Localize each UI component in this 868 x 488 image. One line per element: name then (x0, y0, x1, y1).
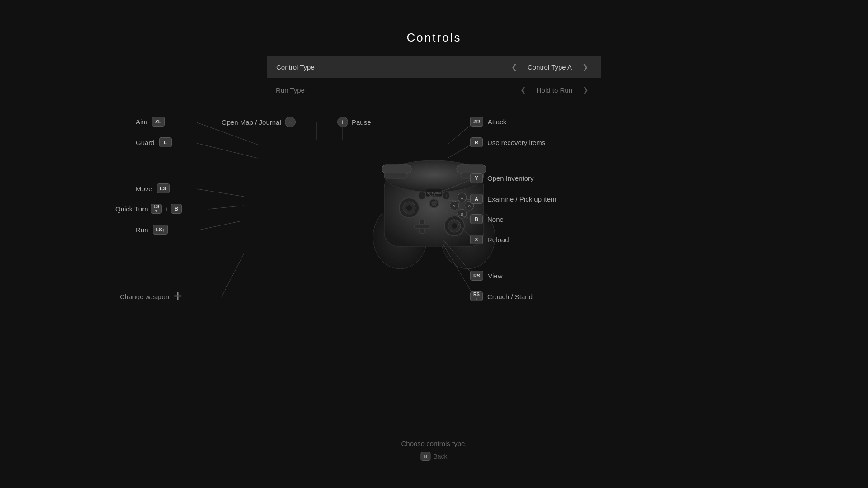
binding-move-label: Move (136, 185, 152, 192)
binding-quickturn-plus: + (165, 206, 168, 212)
binding-none: B None (470, 214, 504, 224)
svg-text:−: − (420, 193, 423, 198)
svg-rect-6 (457, 165, 486, 173)
svg-text:+: + (445, 193, 448, 198)
svg-point-29 (431, 201, 437, 206)
binding-none-key: B (470, 214, 483, 224)
binding-recovery-label: Use recovery items (487, 139, 545, 146)
binding-inventory-key: Y (470, 173, 483, 183)
binding-move-key: LS (157, 183, 170, 193)
binding-quickturn: Quick Turn LS∨ + B (115, 204, 182, 214)
svg-line-35 (197, 189, 244, 197)
binding-inventory: Y Open Inventory (470, 173, 534, 183)
svg-text:NINTENDO: NINTENDO (427, 192, 441, 194)
run-type-label: Run Type (276, 86, 517, 94)
svg-line-34 (197, 143, 258, 158)
dpad-icon: ✛ (174, 291, 182, 301)
svg-line-37 (197, 221, 240, 230)
binding-inventory-label: Open Inventory (487, 174, 534, 182)
svg-text:A: A (468, 204, 471, 208)
bottom-hint: Choose controls type. (401, 440, 467, 447)
back-label: Back (433, 453, 447, 460)
binding-aim: Aim ZL (136, 117, 165, 127)
svg-text:B: B (461, 212, 464, 216)
binding-guard-key: L (159, 137, 172, 147)
svg-rect-5 (384, 172, 407, 178)
binding-attack-label: Attack (488, 118, 507, 126)
binding-none-label: None (487, 216, 504, 223)
control-type-left-arrow[interactable]: ❮ (508, 63, 521, 71)
binding-quickturn-ls-key: LS∨ (151, 204, 162, 214)
binding-change-weapon: Change weapon ✛ (120, 291, 182, 301)
binding-openmap: Open Map / Journal − (222, 117, 296, 127)
binding-run-label: Run (136, 226, 148, 234)
svg-point-13 (452, 223, 457, 229)
binding-view: RS View (470, 271, 503, 281)
binding-examine: A Examine / Pick up item (470, 194, 557, 204)
control-type-value: Control Type A (521, 63, 579, 71)
binding-reload-label: Reload (487, 236, 509, 244)
binding-aim-key: ZL (152, 117, 165, 127)
binding-crouch: RS↓ Crouch / Stand (470, 291, 533, 301)
binding-view-label: View (488, 272, 502, 280)
control-type-bar: Control Type ❮ Control Type A ❯ (267, 56, 601, 78)
bottom-back-row: B Back (420, 452, 447, 461)
controller-image: A B X Y − + NINTENDO SWITCH (357, 133, 511, 278)
svg-text:Y: Y (453, 204, 456, 208)
binding-pause-label: Pause (352, 118, 371, 126)
binding-attack-key: ZR (470, 117, 483, 127)
svg-rect-15 (415, 224, 429, 229)
svg-line-48 (222, 253, 244, 297)
binding-reload-key: X (470, 235, 483, 244)
binding-run: Run LS↓ (136, 225, 168, 235)
binding-guard: Guard L (136, 137, 172, 147)
svg-text:SWITCH: SWITCH (429, 195, 439, 197)
run-type-right-arrow[interactable]: ❯ (579, 86, 592, 94)
binding-examine-label: Examine / Pick up item (487, 195, 557, 203)
run-type-left-arrow[interactable]: ❮ (517, 86, 530, 94)
binding-run-key: LS↓ (153, 225, 168, 235)
run-type-value: Hold to Run (530, 86, 579, 94)
binding-crouch-key: RS↓ (470, 291, 483, 301)
binding-reload: X Reload (470, 235, 509, 244)
binding-openmap-key: − (285, 117, 296, 127)
controls-screen: Controls Control Type ❮ Control Type A ❯… (0, 0, 868, 488)
binding-move: Move LS (136, 183, 170, 193)
binding-openmap-label: Open Map / Journal (222, 118, 281, 126)
binding-recovery: R Use recovery items (470, 137, 545, 147)
binding-crouch-label: Crouch / Stand (487, 293, 533, 300)
binding-pause-key: + (337, 117, 348, 127)
back-key-badge: B (420, 452, 430, 461)
page-title: Controls (407, 31, 462, 45)
binding-aim-label: Aim (136, 118, 147, 126)
binding-examine-key: A (470, 194, 483, 204)
control-type-right-arrow[interactable]: ❯ (579, 63, 592, 71)
binding-view-key: RS (470, 271, 483, 281)
binding-attack: ZR Attack (470, 117, 506, 127)
svg-line-36 (208, 206, 244, 209)
binding-change-weapon-label: Change weapon (120, 293, 169, 300)
run-type-bar: Run Type ❮ Hold to Run ❯ (267, 80, 601, 99)
svg-point-10 (406, 205, 412, 211)
binding-quickturn-label: Quick Turn (115, 205, 148, 213)
binding-quickturn-b-key: B (171, 204, 182, 214)
binding-pause: + Pause (337, 117, 371, 127)
control-type-label: Control Type (276, 63, 508, 71)
svg-text:X: X (461, 196, 463, 200)
binding-recovery-key: R (470, 137, 483, 147)
binding-guard-label: Guard (136, 139, 155, 146)
svg-rect-4 (382, 165, 411, 173)
